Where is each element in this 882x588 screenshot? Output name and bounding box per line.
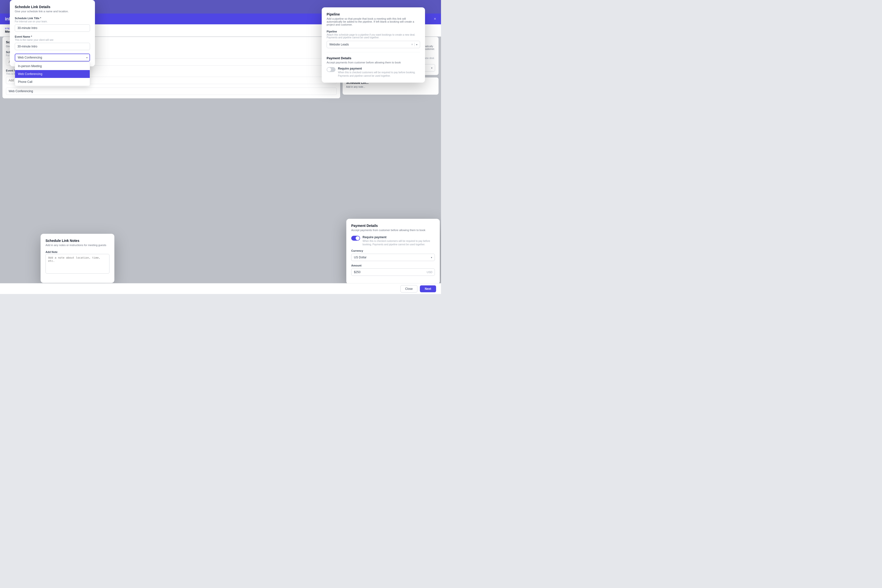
amount-currency-label: USD xyxy=(427,271,433,274)
location-dropdown[interactable]: In-person Meeting Web Conferencing Phone… xyxy=(15,62,90,86)
dropdown-item-phone[interactable]: Phone Call xyxy=(15,78,90,86)
dropdown-item-web[interactable]: Web Conferencing xyxy=(15,70,90,78)
event-name-input[interactable] xyxy=(15,43,90,50)
notes-modal: Schedule Link Notes Add in any notes or … xyxy=(41,234,114,283)
require-payment-desc: When this is checked customers will be r… xyxy=(338,71,420,78)
require-payment-text: Require payment When this is checked cus… xyxy=(338,67,420,78)
payment-details-title: Payment Details xyxy=(327,56,420,60)
payment-details-sub: Accept payments from customer before all… xyxy=(327,61,420,64)
schedule-link-title-label: Schedule Link Title * xyxy=(15,17,90,20)
payment-require-desc: When this is checked customers will be r… xyxy=(362,239,435,246)
action-bar: Close Next xyxy=(0,283,441,294)
event-name-group: Event Name * This is the name your clien… xyxy=(15,35,90,50)
pipeline-field-sub: Attach this schedule page to a pipeline … xyxy=(327,33,420,39)
schedule-link-title-sub: For internal use on your team. xyxy=(15,20,90,23)
notes-modal-subtitle: Add in any notes or instructions for mee… xyxy=(45,244,110,246)
amount-input[interactable] xyxy=(351,268,435,276)
amount-label: Amount xyxy=(351,264,435,267)
require-payment-row: Require payment When this is checked cus… xyxy=(327,67,420,78)
schedule-link-modal: Schedule Link Details Give your schedule… xyxy=(10,0,95,66)
schedule-link-modal-title: Schedule Link Details xyxy=(15,5,90,9)
next-button[interactable]: Next xyxy=(420,285,436,292)
pipeline-field-group: Pipeline Attach this schedule page to a … xyxy=(327,30,420,48)
payment-modal-title: Payment Details xyxy=(351,224,435,228)
amount-input-wrapper: USD xyxy=(351,268,435,276)
location-select-wrapper: In-person Meeting Web Conferencing Phone… xyxy=(15,54,90,62)
pipeline-field-label: Pipeline xyxy=(327,30,420,33)
chevron-down-icon: ▾ xyxy=(86,56,87,59)
dropdown-item-inperson[interactable]: In-person Meeting xyxy=(15,62,90,70)
amount-group: Amount USD xyxy=(351,264,435,276)
clear-pipeline-button[interactable]: × xyxy=(411,43,413,46)
close-icon[interactable]: × xyxy=(434,17,436,21)
pipeline-modal-title: Pipeline xyxy=(327,12,420,16)
chevron-down-icon: ▾ xyxy=(431,67,433,69)
require-payment-toggle[interactable] xyxy=(327,67,335,72)
event-name-label: Event Name * xyxy=(15,35,90,38)
bg-location-wrapper xyxy=(6,87,337,95)
add-note-group: Add Note xyxy=(45,250,110,274)
currency-label: Currency xyxy=(351,249,435,252)
notes-modal-title: Schedule Link Notes xyxy=(45,239,110,243)
schedule-link-title-input[interactable] xyxy=(15,24,90,32)
schedule-link-modal-subtitle: Give your schedule link a name and locat… xyxy=(15,10,90,13)
add-note-label: Add Note xyxy=(45,250,110,254)
schedule-link-title-group: Schedule Link Title * For internal use o… xyxy=(15,17,90,32)
payment-require-row: Require payment When this is checked cus… xyxy=(351,236,435,246)
location-select[interactable]: In-person Meeting Web Conferencing Phone… xyxy=(15,54,90,62)
pipeline-select-value: Website Leads xyxy=(329,43,411,46)
payment-require-label: Require payment xyxy=(362,236,435,239)
currency-select[interactable]: US Dollar ▾ xyxy=(351,254,435,261)
bg-notes-sub: Add in any note... xyxy=(346,86,435,88)
pipeline-modal: Pipeline Add a pipeline so that people t… xyxy=(322,8,425,82)
add-note-textarea[interactable] xyxy=(45,254,110,274)
currency-row: Currency US Dollar ▾ xyxy=(351,249,435,261)
require-payment-label: Require payment xyxy=(338,67,420,70)
payment-require-toggle[interactable] xyxy=(351,236,360,241)
pipeline-select-box[interactable]: Website Leads × ▾ xyxy=(327,41,420,48)
payment-details-section: Payment Details Accept payments from cus… xyxy=(327,52,420,78)
chevron-down-icon: ▾ xyxy=(416,43,418,46)
chevron-down-icon: ▾ xyxy=(431,256,432,259)
payment-modal-subtitle: Accept payments from customer before all… xyxy=(351,229,435,231)
payment-require-text: Require payment When this is checked cus… xyxy=(362,236,435,246)
payment-modal: Payment Details Accept payments from cus… xyxy=(346,219,440,284)
pipeline-modal-subtitle: Add a pipeline so that people that book … xyxy=(327,17,420,26)
event-name-sub: This is the name your client will see xyxy=(15,39,90,41)
close-button[interactable]: Close xyxy=(400,285,418,292)
currency-value: US Dollar xyxy=(354,256,431,259)
bg-location-select[interactable] xyxy=(6,87,337,95)
